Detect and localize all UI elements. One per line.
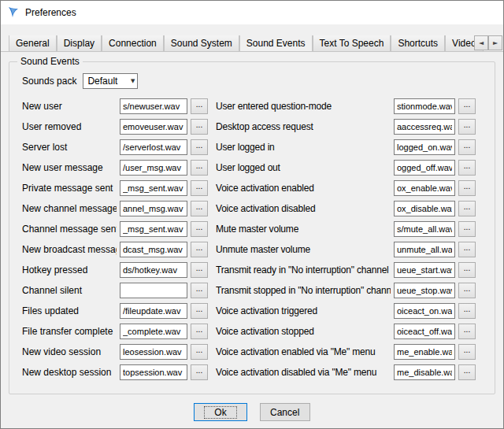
tab-text-to-speech[interactable]: Text To Speech: [313, 35, 391, 51]
sound-file-input[interactable]: [394, 242, 455, 257]
browse-button[interactable]: ...: [191, 242, 208, 257]
sound-file-input[interactable]: [120, 139, 187, 155]
sound-file-input[interactable]: [394, 283, 455, 298]
browse-button[interactable]: ...: [191, 180, 208, 196]
sound-event-row: Voice activation disabled...: [216, 201, 480, 216]
sound-file-input[interactable]: [120, 180, 187, 196]
sound-file-input[interactable]: [394, 221, 455, 237]
sound-file-input[interactable]: [394, 119, 455, 135]
browse-button[interactable]: ...: [458, 201, 476, 216]
browse-button[interactable]: ...: [458, 221, 476, 237]
tab-shortcuts[interactable]: Shortcuts: [391, 35, 445, 51]
browse-button[interactable]: ...: [458, 364, 476, 380]
sound-file-input[interactable]: [394, 180, 455, 196]
browse-button[interactable]: ...: [191, 262, 208, 278]
sound-event-row: User logged out...: [216, 160, 480, 176]
browse-button[interactable]: ...: [191, 119, 208, 135]
browse-button[interactable]: ...: [191, 221, 208, 237]
sound-event-row: Voice activation stopped...: [216, 324, 480, 339]
sound-file-input[interactable]: [120, 221, 187, 237]
sound-event-label: New user message: [22, 162, 117, 173]
sound-event-row: Unmute master volume...: [216, 242, 480, 257]
sound-event-label: Channel silent: [22, 285, 117, 296]
cancel-button[interactable]: Cancel: [260, 403, 310, 421]
browse-button[interactable]: ...: [191, 344, 208, 360]
tab-sound-events[interactable]: Sound Events: [239, 35, 313, 52]
sound-event-label: New user: [22, 101, 117, 112]
sound-event-label: Files updated: [22, 305, 117, 316]
sound-event-row: Desktop access request...: [216, 119, 480, 135]
sounds-pack-select[interactable]: Default ▼: [83, 73, 138, 89]
ok-button-label: Ok: [204, 406, 236, 419]
sound-event-label: New desktop session: [22, 367, 117, 378]
tab-general[interactable]: General: [9, 35, 57, 51]
sound-event-label: Voice activation enabled via "Me" menu: [216, 346, 391, 357]
sound-event-row: Channel silent...: [22, 283, 208, 298]
sounds-pack-value: Default: [87, 76, 117, 87]
sound-event-row: Hotkey pressed...: [22, 262, 208, 278]
browse-button[interactable]: ...: [458, 324, 476, 339]
sound-file-input[interactable]: [120, 324, 187, 339]
browse-button[interactable]: ...: [458, 160, 476, 176]
browse-button[interactable]: ...: [191, 324, 208, 339]
sound-event-label: User logged in: [216, 142, 391, 153]
tab-scroll-right-button[interactable]: ►: [488, 35, 502, 50]
browse-button[interactable]: ...: [458, 242, 476, 257]
browse-button[interactable]: ...: [458, 139, 476, 155]
tab-scroll-left-button[interactable]: ◄: [474, 35, 488, 50]
browse-button[interactable]: ...: [458, 180, 476, 196]
sound-file-input[interactable]: [120, 344, 187, 360]
app-icon: [7, 6, 20, 19]
tab-display[interactable]: Display: [57, 35, 102, 51]
tab-sound-system[interactable]: Sound System: [164, 35, 239, 51]
browse-button[interactable]: ...: [191, 160, 208, 176]
right-events-column: User entered question-mode...Desktop acc…: [216, 98, 480, 385]
sound-file-input[interactable]: [394, 344, 455, 360]
browse-button[interactable]: ...: [191, 139, 208, 155]
sound-file-input[interactable]: [120, 262, 187, 278]
tab-connection[interactable]: Connection: [102, 35, 164, 51]
tab-scrollers: ◄ ►: [474, 35, 502, 50]
sound-file-input[interactable]: [120, 303, 187, 319]
sound-file-input[interactable]: [394, 160, 455, 176]
sound-event-row: Voice activation disabled via "Me" menu.…: [216, 364, 480, 380]
browse-button[interactable]: ...: [458, 119, 476, 135]
browse-button[interactable]: ...: [191, 201, 208, 216]
browse-button[interactable]: ...: [458, 344, 476, 360]
sound-event-row: Transmit ready in "No interruption" chan…: [216, 262, 480, 278]
sound-file-input[interactable]: [394, 364, 455, 380]
browse-button[interactable]: ...: [458, 283, 476, 298]
sound-file-input[interactable]: [394, 139, 455, 155]
sound-event-row: New user message...: [22, 160, 208, 176]
sound-event-row: Files updated...: [22, 303, 208, 319]
sound-file-input[interactable]: [120, 201, 187, 216]
sound-file-input[interactable]: [120, 242, 187, 257]
sound-events-columns: New user...User removed...Server lost...…: [22, 98, 495, 385]
sound-event-label: Unmute master volume: [216, 244, 391, 255]
sound-file-input[interactable]: [394, 262, 455, 278]
title-bar[interactable]: Preferences: [1, 1, 503, 24]
sound-event-label: New video session: [22, 346, 117, 357]
sound-file-input[interactable]: [120, 160, 187, 176]
sound-file-input[interactable]: [394, 98, 455, 114]
browse-button[interactable]: ...: [191, 364, 208, 380]
browse-button[interactable]: ...: [458, 303, 476, 319]
browse-button[interactable]: ...: [191, 98, 208, 114]
sound-event-row: Private message sent...: [22, 180, 208, 196]
browse-button[interactable]: ...: [458, 98, 476, 114]
sound-file-input[interactable]: [394, 201, 455, 216]
sound-file-input[interactable]: [120, 119, 187, 135]
sound-file-input[interactable]: [120, 283, 187, 298]
browse-button[interactable]: ...: [458, 262, 476, 278]
browse-button[interactable]: ...: [191, 283, 208, 298]
sound-file-input[interactable]: [120, 98, 187, 114]
sound-events-pane: Sound Events Sounds pack Default ▼ New u…: [1, 52, 503, 421]
sound-file-input[interactable]: [394, 324, 455, 339]
sound-event-row: Channel message sent...: [22, 221, 208, 237]
browse-button[interactable]: ...: [191, 303, 208, 319]
sound-file-input[interactable]: [120, 364, 187, 380]
ok-button[interactable]: Ok: [194, 403, 246, 421]
sound-file-input[interactable]: [394, 303, 455, 319]
sound-event-label: Private message sent: [22, 183, 117, 194]
sound-event-label: Channel message sent: [22, 224, 117, 235]
